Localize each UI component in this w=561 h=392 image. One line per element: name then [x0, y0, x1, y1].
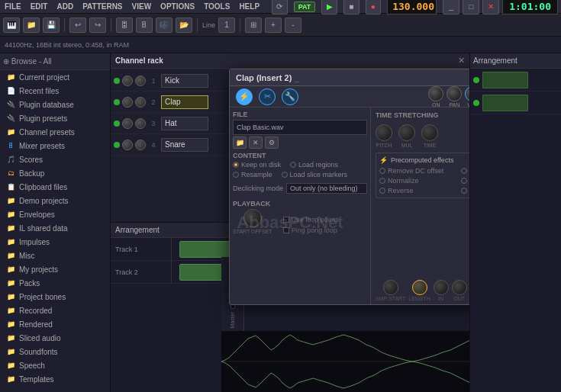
modal-minimize[interactable]: _ — [295, 73, 299, 82]
sampler-wrench-icon[interactable]: 🔧 — [282, 88, 298, 105]
tb-piano-roll[interactable]: 🎼 — [156, 18, 172, 33]
clap-pan-knob[interactable] — [135, 97, 146, 108]
rp-block-2[interactable] — [482, 95, 528, 111]
ping-pong-loop[interactable]: Ping pong loop — [283, 227, 339, 234]
vol-knob[interactable] — [465, 86, 469, 101]
hat-name[interactable]: Hat — [161, 117, 208, 130]
sidebar-item-scores[interactable]: 🎵 Scores — [0, 153, 110, 166]
sidebar-item-recent-files[interactable]: 📄 Recent files — [0, 84, 110, 98]
use-loop-points[interactable]: Use loop points — [283, 216, 339, 223]
tb-browser[interactable]: 📂 — [176, 18, 192, 33]
use-loop-checkbox[interactable] — [283, 217, 289, 223]
tb-line-val[interactable]: 1 — [218, 18, 235, 33]
menu-add[interactable]: ADD — [55, 2, 75, 11]
sidebar-item-demo-projects[interactable]: 📁 Demo projects — [0, 194, 110, 207]
resample-radio[interactable] — [233, 172, 239, 178]
reverse-radio[interactable] — [379, 188, 385, 194]
tb-undo[interactable]: ↩ — [69, 18, 86, 33]
fx-fade-stereo[interactable]: Fade stereo — [461, 177, 469, 185]
swap-stereo-radio[interactable] — [461, 188, 467, 194]
reverse-polarity-radio[interactable] — [461, 168, 467, 174]
hat-pan-knob[interactable] — [135, 118, 146, 129]
sidebar-item-plugin-database[interactable]: 🔌 Plugin database — [0, 98, 110, 111]
sidebar-item-channel-presets[interactable]: 📁 Channel presets — [0, 125, 110, 139]
tb-snap[interactable]: ⊞ — [245, 18, 262, 33]
sidebar-item-mixer-presets[interactable]: 🎚 Mixer presets — [0, 139, 110, 153]
clap-vol-knob[interactable] — [122, 97, 133, 108]
sidebar-item-envelopes[interactable]: 📁 Envelopes — [0, 207, 110, 221]
load-slice-radio[interactable] — [282, 172, 288, 178]
kick-led[interactable] — [114, 78, 120, 84]
tb-channel-rack[interactable]: 🎛 — [116, 18, 133, 33]
ts-time-circle[interactable] — [421, 124, 438, 141]
menu-edit[interactable]: EDIT — [29, 2, 50, 11]
window-maximize[interactable]: □ — [463, 0, 479, 14]
tb-new[interactable]: 🎹 — [3, 18, 20, 33]
kick-pan-knob[interactable] — [135, 76, 146, 86]
fx-normalize[interactable]: Normalize — [379, 177, 459, 185]
ping-pong-checkbox[interactable] — [283, 227, 289, 233]
clap-led[interactable] — [114, 99, 120, 105]
kick-vol-knob[interactable] — [122, 76, 133, 86]
sidebar-item-current-project[interactable]: 📁 Current project — [0, 70, 110, 84]
snare-name[interactable]: Snare — [161, 138, 208, 152]
fx-remove-dc[interactable]: Remove DC offset — [379, 167, 459, 175]
sidebar-item-impulses[interactable]: 📁 Impulses — [0, 235, 110, 249]
tb-mixer[interactable]: 🎚 — [136, 18, 153, 33]
sidebar-item-soundfonts[interactable]: 📁 Soundfonts — [0, 345, 110, 358]
in-circle[interactable] — [434, 280, 449, 295]
sidebar-item-il-shared[interactable]: 📁 IL shared data — [0, 221, 110, 235]
sidebar-item-my-projects[interactable]: 📁 My projects — [0, 262, 110, 276]
menu-tools[interactable]: TOOLS — [202, 2, 231, 11]
loop-knob[interactable]: ⟳ — [272, 0, 288, 14]
load-slice-option[interactable]: Load slice markers — [282, 171, 348, 178]
tb-save[interactable]: 💾 — [43, 18, 60, 33]
sampler-scissors-icon[interactable]: ✂ — [259, 88, 276, 105]
out-circle[interactable] — [452, 280, 467, 295]
menu-file[interactable]: FILE — [3, 2, 23, 11]
declicking-value[interactable]: Out only (no bleeding) — [286, 183, 367, 194]
ts-mul-circle[interactable] — [398, 124, 415, 141]
sidebar-item-clipboard[interactable]: 📋 Clipboard files — [0, 180, 110, 194]
pat-badge[interactable]: PAT — [294, 2, 316, 12]
keep-on-disk-option[interactable]: Keep on disk — [233, 161, 281, 169]
sidebar-item-speech[interactable]: 📁 Speech — [0, 358, 110, 372]
pan-knob[interactable] — [447, 86, 462, 101]
play-button[interactable]: ▶ — [321, 0, 337, 14]
tb-zoom-in[interactable]: + — [265, 18, 282, 33]
hat-led[interactable] — [114, 120, 120, 127]
remove-dc-radio[interactable] — [379, 168, 385, 174]
record-button[interactable]: ● — [366, 0, 382, 14]
load-regions-option[interactable]: Load regions — [290, 161, 338, 169]
file-open-btn[interactable]: 📁 — [233, 137, 247, 149]
sidebar-item-rendered[interactable]: 📁 Rendered — [0, 317, 110, 331]
sampler-plug-icon[interactable]: ⚡ — [236, 88, 253, 105]
normalize-radio[interactable] — [379, 178, 385, 184]
keep-on-disk-radio[interactable] — [233, 162, 239, 168]
ts-pitch-circle[interactable] — [376, 124, 392, 141]
tb-redo[interactable]: ↪ — [89, 18, 106, 33]
sidebar-item-plugin-presets[interactable]: 🔌 Plugin presets — [0, 111, 110, 125]
fx-reverse[interactable]: Reverse — [379, 187, 459, 194]
load-regions-radio[interactable] — [290, 162, 296, 168]
sidebar-item-sliced-audio[interactable]: 📁 Sliced audio — [0, 331, 110, 345]
window-close[interactable]: ✕ — [482, 0, 499, 14]
length-circle[interactable] — [412, 280, 427, 295]
tb-zoom-out[interactable]: - — [285, 18, 301, 33]
sidebar-item-project-bones[interactable]: 📁 Project bones — [0, 290, 110, 304]
window-minimize[interactable]: _ — [443, 0, 459, 14]
rp-block-1[interactable] — [482, 72, 528, 88]
snare-pan-knob[interactable] — [135, 140, 146, 150]
sidebar-item-packs[interactable]: 📁 Packs — [0, 276, 110, 290]
arrangement-block-2[interactable] — [179, 264, 225, 281]
fx-reverse-polarity[interactable]: Reverse polarity — [461, 167, 469, 175]
snare-vol-knob[interactable] — [122, 140, 133, 150]
snare-led[interactable] — [114, 142, 120, 148]
sidebar-item-backup[interactable]: 🗂 Backup — [0, 166, 110, 180]
file-settings-btn[interactable]: ⚙ — [265, 137, 279, 149]
menu-patterns[interactable]: PATTERNS — [81, 2, 124, 11]
smp-start-circle[interactable] — [383, 280, 398, 295]
fade-stereo-radio[interactable] — [461, 178, 467, 184]
menu-options[interactable]: OPTIONS — [159, 2, 196, 11]
start-offset-knob-circle[interactable] — [243, 209, 262, 227]
